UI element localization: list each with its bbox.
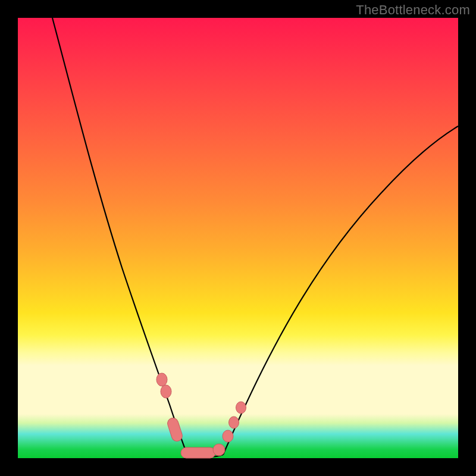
plot-area (18, 18, 458, 458)
right-curve (223, 126, 458, 455)
chart-frame: TheBottleneck.com (0, 0, 476, 476)
marker-bead (213, 444, 225, 456)
marker-bead (181, 447, 215, 458)
curve-layer (18, 18, 458, 458)
marker-bead (236, 402, 246, 414)
marker-bead (229, 416, 239, 428)
marker-bead (161, 385, 171, 398)
watermark-text: TheBottleneck.com (356, 2, 470, 18)
marker-bead (166, 416, 183, 443)
marker-bead (223, 430, 233, 442)
marker-bead (156, 373, 167, 386)
